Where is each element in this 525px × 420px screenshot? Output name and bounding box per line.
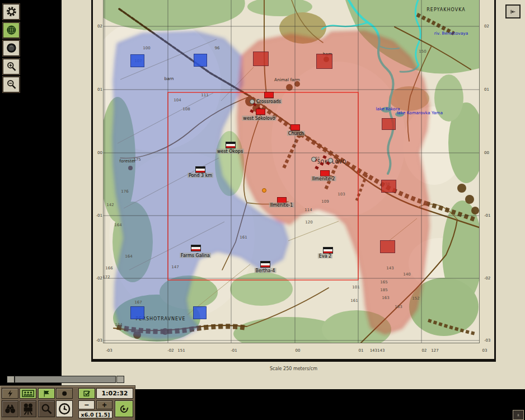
time-control-panel: 1:02:32 − + x6.0 [1.5] <box>0 386 135 420</box>
camera-icon <box>20 401 36 417</box>
gear-icon <box>4 5 18 18</box>
play-pause-button[interactable] <box>115 400 133 417</box>
objective-label: Church <box>287 131 305 136</box>
grid-label: -02 <box>167 348 174 353</box>
zoom-in-icon <box>4 60 18 73</box>
german-objective-flag[interactable] <box>260 261 270 268</box>
grid-label: 02 <box>93 24 102 29</box>
mission-clock: 1:02:32 <box>96 388 133 399</box>
red-unit-marker[interactable] <box>316 54 332 69</box>
damaged-vehicle-icon <box>328 158 333 163</box>
squad-icon <box>20 389 36 398</box>
orders-button[interactable] <box>2 388 18 399</box>
play-icon <box>120 403 128 415</box>
grid-label: 00 <box>93 151 102 155</box>
clock-button[interactable] <box>56 400 73 417</box>
grid-label: -03 <box>484 338 494 343</box>
objective-label: Eva 2 <box>318 254 332 259</box>
red-unit-marker[interactable] <box>380 240 395 253</box>
orb-icon <box>4 41 18 55</box>
objective-label: Bertha-4 <box>255 268 276 273</box>
view-orb-button[interactable] <box>3 40 20 56</box>
grid-label: -01 <box>93 213 102 218</box>
grid-label: 143143 <box>370 348 385 353</box>
arrow-to-left-bar-icon <box>510 7 516 16</box>
speed-increase-button[interactable]: + <box>96 400 112 409</box>
tray-button[interactable] <box>513 410 524 420</box>
record-button[interactable] <box>56 388 73 399</box>
squads-button[interactable] <box>20 388 36 399</box>
record-icon <box>57 389 72 398</box>
grid-label: 00 <box>484 151 494 155</box>
grid-label: 01 <box>359 348 364 353</box>
flags-button[interactable] <box>38 388 55 399</box>
german-objective-flag[interactable] <box>195 166 205 173</box>
red-unit-marker[interactable] <box>382 118 396 130</box>
scroll-left-button[interactable] <box>7 376 15 383</box>
map-scale-label: Scale 250 meters/cm <box>91 366 496 371</box>
soviet-objective-flag[interactable] <box>264 92 274 98</box>
time-speed-display: x6.0 [1.5] <box>78 410 112 418</box>
damaged-vehicle-icon <box>311 157 316 162</box>
map-base-art <box>104 0 479 343</box>
blue-unit-marker[interactable] <box>193 306 207 319</box>
damaged-vehicle-icon <box>250 99 255 104</box>
flag-icon <box>39 389 54 398</box>
grid-label: -02 <box>484 276 494 281</box>
clock-icon <box>57 401 72 417</box>
german-objective-flag[interactable] <box>323 247 333 254</box>
objective-label: Pond 3 km <box>187 173 213 178</box>
objective-label: Crossroads <box>255 99 282 104</box>
grid-label: -01 <box>231 348 237 353</box>
red-unit-marker[interactable] <box>253 52 269 66</box>
objective-label: Ilmenite-1 <box>269 203 294 208</box>
camera-button[interactable] <box>20 400 36 417</box>
zoom-in-button[interactable] <box>3 59 20 74</box>
map-horizontal-scrollbar <box>7 376 125 384</box>
blue-unit-marker[interactable] <box>130 54 144 67</box>
grid-label: -02 <box>93 276 102 281</box>
grid-label: -03 <box>106 348 112 353</box>
arrow-down-to-bar-icon <box>517 412 520 418</box>
grid-label: 02 <box>422 348 427 353</box>
binoculars-icon <box>2 401 18 417</box>
lightning-icon <box>2 389 18 398</box>
tasks-button[interactable] <box>78 388 95 399</box>
blue-unit-marker[interactable] <box>194 54 207 67</box>
grid-label: 01 <box>93 87 102 92</box>
magnifier-icon <box>39 401 54 417</box>
soviet-objective-flag[interactable] <box>256 109 265 115</box>
binoculars-button[interactable] <box>2 400 18 417</box>
grid-label: 01 <box>484 87 494 92</box>
red-unit-marker[interactable] <box>381 180 396 193</box>
search-button[interactable] <box>38 400 55 417</box>
map-frame: 1001079610411110816114714217617516416416… <box>91 0 496 362</box>
german-objective-flag[interactable] <box>226 142 236 148</box>
objective-label: west Okops <box>216 149 244 154</box>
grid-label: 00 <box>296 348 301 353</box>
game-screen: 1001079610411110816114714217617516416416… <box>0 0 525 420</box>
operational-map[interactable]: 1001079610411110816114714217617516416416… <box>104 0 479 343</box>
collapse-panel-button[interactable] <box>505 4 521 18</box>
map-mode-button[interactable] <box>3 22 20 38</box>
soviet-objective-flag[interactable] <box>290 124 300 130</box>
objective-label: Farms Galina <box>180 253 211 258</box>
fire-icon <box>262 188 266 193</box>
checkbox-icon <box>79 389 95 398</box>
soviet-objective-flag[interactable] <box>320 170 330 176</box>
objective-label: Ilmenite-2 <box>311 176 336 181</box>
objective-label: west Sokolovo <box>242 116 276 121</box>
grid-label: 02 <box>484 24 494 29</box>
grid-label: 127 <box>431 348 438 353</box>
settings-button[interactable] <box>3 4 20 20</box>
blue-unit-marker[interactable] <box>130 306 144 319</box>
speed-decrease-button[interactable]: − <box>78 400 95 409</box>
zoom-out-icon <box>4 78 18 91</box>
grid-label: 151 <box>177 348 185 353</box>
zoom-out-button[interactable] <box>3 77 20 92</box>
grid-label: 03 <box>482 348 487 353</box>
grid-label: -03 <box>93 338 102 343</box>
scrollbar-track[interactable] <box>15 376 116 383</box>
german-objective-flag[interactable] <box>191 245 201 251</box>
scroll-right-button[interactable] <box>116 376 124 383</box>
